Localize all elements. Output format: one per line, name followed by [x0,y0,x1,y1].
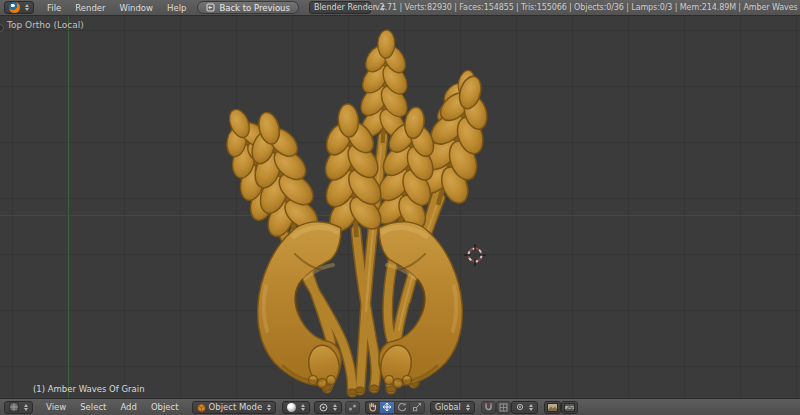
opengl-render-still-button[interactable] [544,401,561,414]
snap-grid-icon [499,403,508,412]
menu-help[interactable]: Help [160,3,193,13]
menu-render[interactable]: Render [68,3,112,13]
viewport-shading-dropdown[interactable] [282,401,310,414]
shading-sphere-icon [287,403,296,412]
manipulator-translate-button[interactable] [379,401,394,414]
back-screen-icon [206,3,215,12]
updown-arrows-icon [24,404,28,411]
manipulate-center-points-toggle[interactable] [345,401,360,414]
render-engine-dropdown[interactable]: Blender Render [309,1,371,14]
opengl-render-anim-button[interactable] [561,401,578,414]
render-movie-icon [564,403,575,412]
manipulator-group [365,401,425,414]
updown-arrows-icon [529,404,533,411]
menu-select[interactable]: Select [73,402,113,412]
back-to-previous-button[interactable]: Back to Previous [197,1,299,14]
render-photo-icon [547,403,558,412]
hand-icon [368,402,377,412]
object-mode-cube-icon [197,403,206,412]
viewport-3d[interactable]: Top Ortho (Local) (1) Amber Waves Of Gra… [0,16,800,398]
scale-arrow-icon [412,402,422,412]
menu-view[interactable]: View [39,402,73,412]
snap-element-button[interactable] [496,401,511,414]
pivot-point-dropdown[interactable] [314,401,342,414]
snap-target-dropdown[interactable] [511,401,538,414]
editor-type-button-3dview[interactable] [4,401,33,414]
editor-type-button-info[interactable] [4,1,34,14]
menu-add[interactable]: Add [113,402,143,412]
menu-window[interactable]: Window [113,3,161,13]
pivot-center-icon [319,403,328,412]
updown-arrows-icon [333,404,337,411]
rotate-arc-icon [397,402,407,412]
viewport-header: View Select Add Object Object Mode [0,398,800,415]
updown-arrows-icon [301,404,305,411]
snap-toggle-button[interactable] [481,401,496,414]
editor-3dview-icon [9,402,19,412]
active-object-label: (1) Amber Waves Of Grain [33,384,145,394]
view-mode-label: Top Ortho (Local) [7,20,84,30]
updown-arrows-icon [466,404,470,411]
transform-orientation-dropdown[interactable]: Global [430,401,475,414]
magnet-icon [484,402,493,412]
wheat-heads [206,29,507,247]
center-points-icon [348,403,357,412]
snap-target-icon [516,403,524,411]
manipulator-toggle-button[interactable] [365,401,379,414]
manipulator-scale-button[interactable] [409,401,425,414]
cursor-3d [464,244,486,266]
menu-object[interactable]: Object [144,402,186,412]
menu-file[interactable]: File [40,3,68,13]
updown-arrows-icon [25,4,29,11]
wheat-arms-model [0,16,800,398]
manipulator-rotate-button[interactable] [394,401,409,414]
translate-arrows-icon [382,402,392,412]
updown-arrows-icon [267,404,271,411]
blender-logo-icon [9,2,20,13]
scene-stats: v2.71 | Verts:82930 | Faces:154855 | Tri… [375,3,800,12]
mode-dropdown[interactable]: Object Mode [192,401,277,414]
info-header: File Render Window Help Back to Previous… [0,0,800,16]
